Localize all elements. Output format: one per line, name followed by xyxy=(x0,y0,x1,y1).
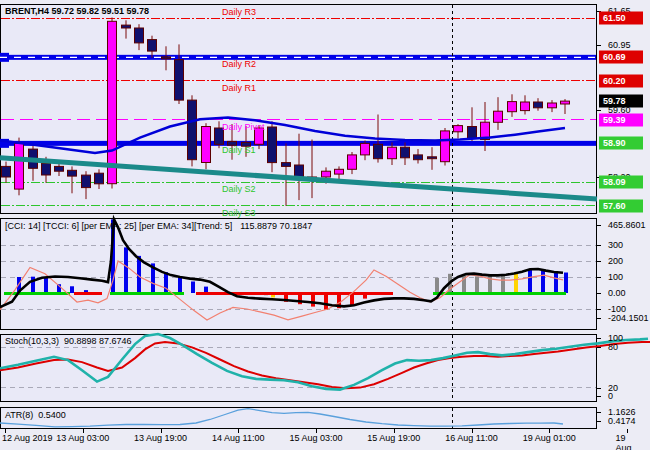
time-axis-label: 13 Aug 19:00 xyxy=(134,433,187,443)
cci-histogram-bar xyxy=(541,270,545,293)
level-label-daily-r1: Daily R1 xyxy=(222,83,256,93)
cci-histogram-bar xyxy=(501,276,505,293)
cci-axis-label: 0.00 xyxy=(608,288,626,298)
time-axis-label: 15 Aug 19:00 xyxy=(367,433,420,443)
bear-candle xyxy=(188,95,197,166)
cci-axis-label: 300 xyxy=(608,240,623,250)
price-level-badge: 60.20 xyxy=(599,75,643,88)
cci-histogram-bar xyxy=(124,247,128,293)
time-axis-label: 12 Aug 2019 xyxy=(2,433,53,443)
cci-indicator-label: [CCI: 14] [TCCI: 6] [per EMA: 25] [per E… xyxy=(5,221,312,231)
level-label-daily-r2: Daily R2 xyxy=(222,59,256,69)
cci-histogram-bar xyxy=(311,293,315,307)
cci-histogram-bar xyxy=(178,277,182,293)
time-axis-label: 19 Aug 01:00 xyxy=(523,433,576,443)
cci-axis-label: -204.1501 xyxy=(608,313,649,323)
cci-axis-label: 100 xyxy=(608,272,623,282)
level-label-daily-pivot: Daily Pivot xyxy=(222,122,265,132)
price-level-badge: 57.60 xyxy=(599,200,643,213)
blue-hline xyxy=(0,141,596,146)
time-axis-label: 15 Aug 03:00 xyxy=(289,433,342,443)
atr-values: 0.5400 xyxy=(38,410,66,420)
level-label-daily-s2: Daily S2 xyxy=(222,184,256,194)
cci-axis-label: 465.8601 xyxy=(608,220,646,230)
bull-candle xyxy=(202,123,211,169)
stoch-axis-label: 80 xyxy=(608,342,618,352)
current-price-badge: 59.78 xyxy=(599,95,643,108)
time-axis-label: 14 Aug 11:00 xyxy=(212,433,264,443)
price-level-badge: 59.39 xyxy=(599,114,643,127)
cci-histogram-bar xyxy=(554,272,558,293)
cci-histogram-bar xyxy=(191,281,195,293)
price-level-badge: 58.90 xyxy=(599,137,643,150)
cci-histogram-bar xyxy=(324,293,328,310)
price-level-badge: 58.09 xyxy=(599,176,643,189)
cci-histogram-bar xyxy=(514,273,518,293)
chart-window: BRENT,H4 59.72 59.82 59.51 59.78 [CCI: 1… xyxy=(0,0,650,450)
cci-histogram-bar xyxy=(70,286,74,293)
cci-histogram-bar xyxy=(528,269,532,293)
stoch-axis-label: 0 xyxy=(608,391,613,401)
time-axis-label: 16 Aug 11:00 xyxy=(445,433,497,443)
cci-histogram-bar xyxy=(488,274,492,293)
atr-axis-label: 0.4174 xyxy=(608,416,636,426)
level-label-daily-s3: Daily S3 xyxy=(222,208,256,218)
atr-panel[interactable] xyxy=(1,407,597,428)
time-axis-label: 13 Aug 03:00 xyxy=(56,433,109,443)
price-level-badge: 61.50 xyxy=(599,12,643,25)
cci-histogram-bar xyxy=(475,276,479,293)
time-axis-label: 19 Aug 17:00 xyxy=(616,433,639,450)
stoch-values: 90.8898 87.6746 xyxy=(64,336,132,346)
cci-params: [CCI: 14] [TCCI: 6] [per EMA: 25] [per E… xyxy=(5,221,232,231)
cci-values: 115.8879 70.1847 xyxy=(240,221,312,231)
cci-axis-label: 200 xyxy=(608,256,623,266)
level-label-daily-r3: Daily R3 xyxy=(222,7,256,17)
level-label-daily-s1: Daily S1 xyxy=(222,145,256,155)
price-level-badge: 60.69 xyxy=(599,51,643,64)
price-tick-label: 60.95 xyxy=(608,40,631,50)
stoch-indicator-label: Stoch(10,3,3)90.8898 87.6746 xyxy=(5,336,132,346)
stoch-params: Stoch(10,3,3) xyxy=(5,336,59,346)
cci-histogram-bar xyxy=(564,273,568,293)
cci-histogram-bar xyxy=(435,278,439,293)
atr-indicator-label: ATR(8)0.5400 xyxy=(5,410,66,420)
symbol-title: BRENT,H4 59.72 59.82 59.51 59.78 xyxy=(5,6,149,16)
bull-candle xyxy=(15,138,24,196)
bull-candle xyxy=(441,128,450,166)
atr-params: ATR(8) xyxy=(5,410,33,420)
cci-histogram-bar xyxy=(44,278,48,293)
